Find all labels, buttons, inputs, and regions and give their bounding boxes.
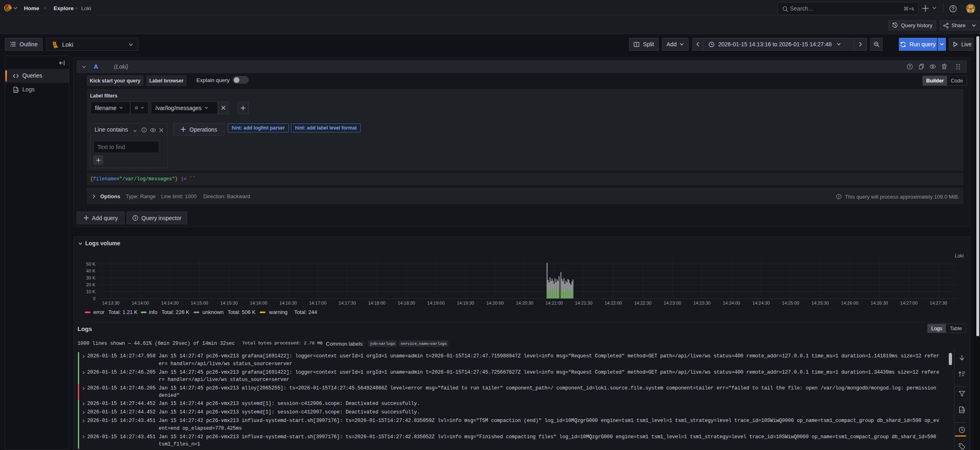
svg-text:LOG: LOG [14,89,19,92]
svg-text:LOG: LOG [960,409,965,412]
